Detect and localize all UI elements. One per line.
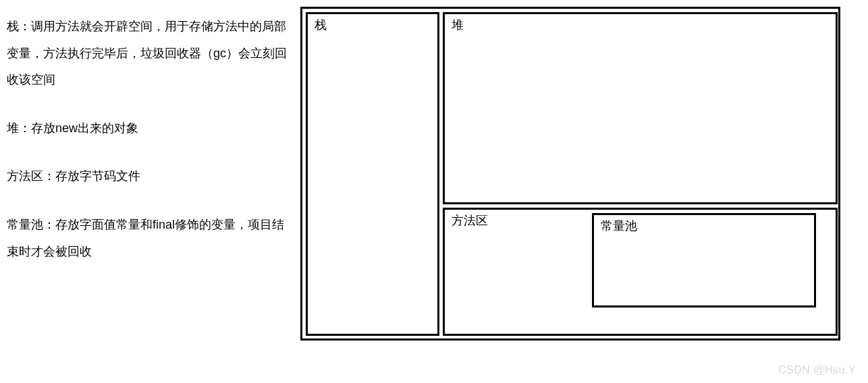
stack-label: 栈 [315, 18, 327, 33]
heap-label: 堆 [452, 18, 464, 33]
watermark-text: CSDN @Hsu.Y [778, 364, 856, 376]
descriptions-panel: 栈：调用方法就会开辟空间，用于存储方法中的局部变量，方法执行完毕后，垃圾回收器（… [0, 0, 297, 383]
constant-pool-box: 常量池 [592, 213, 816, 307]
page-container: 栈：调用方法就会开辟空间，用于存储方法中的局部变量，方法执行完毕后，垃圾回收器（… [0, 0, 868, 383]
stack-description: 栈：调用方法就会开辟空间，用于存储方法中的局部变量，方法执行完毕后，垃圾回收器（… [7, 13, 290, 94]
memory-diagram: 栈 堆 方法区 常量池 [300, 7, 840, 341]
heap-box: 堆 [443, 12, 838, 204]
constant-pool-label: 常量池 [601, 219, 637, 234]
method-area-label: 方法区 [452, 214, 488, 229]
heap-description: 堆：存放new出来的对象 [7, 115, 290, 142]
method-area-description: 方法区：存放字节码文件 [7, 163, 290, 190]
constant-pool-description: 常量池：存放字面值常量和final修饰的变量，项目结束时才会被回收 [7, 212, 290, 265]
stack-box: 栈 [306, 12, 439, 336]
method-area-box: 方法区 常量池 [443, 208, 838, 336]
